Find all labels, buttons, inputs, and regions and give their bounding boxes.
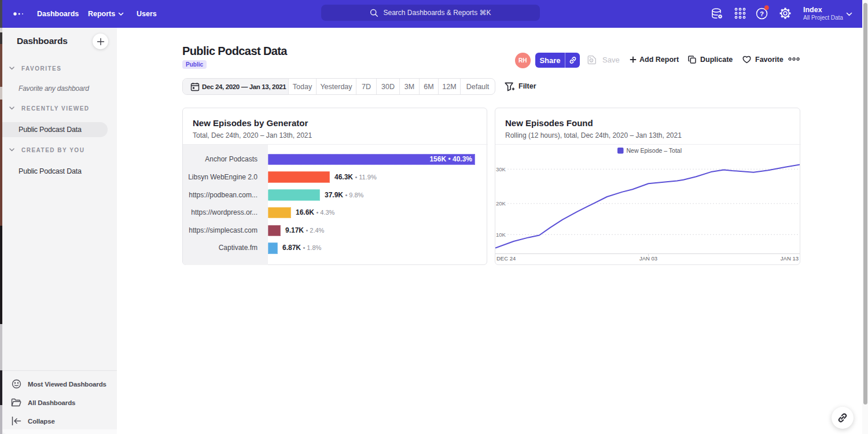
svg-text:JAN 13: JAN 13 bbox=[781, 255, 799, 262]
svg-text:10K: 10K bbox=[496, 231, 506, 238]
svg-text:?: ? bbox=[760, 10, 764, 17]
svg-text:New Episode – Total: New Episode – Total bbox=[627, 147, 682, 154]
svg-text:20K: 20K bbox=[496, 200, 506, 207]
svg-text:DEC 24: DEC 24 bbox=[496, 255, 516, 262]
svg-text:JAN 03: JAN 03 bbox=[639, 255, 657, 262]
svg-text:30K: 30K bbox=[496, 166, 506, 172]
